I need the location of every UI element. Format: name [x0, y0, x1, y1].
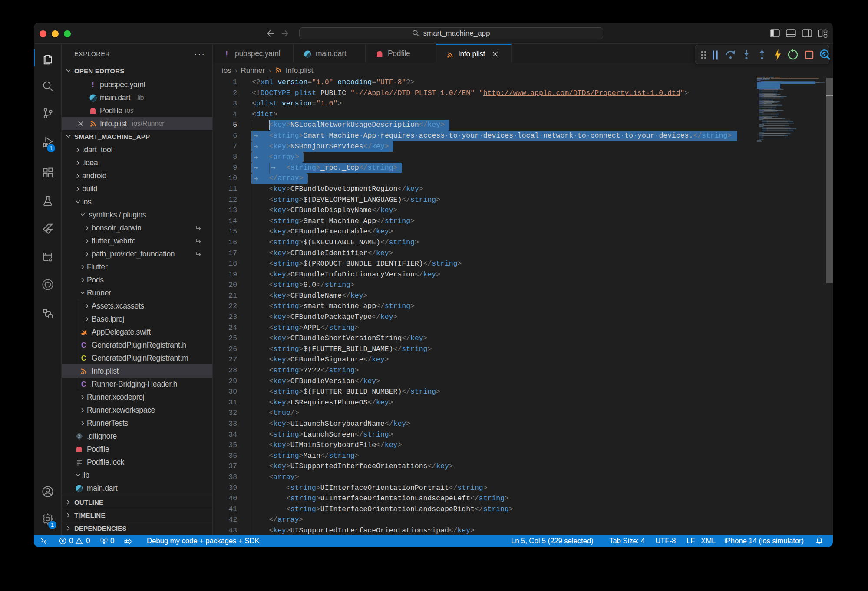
svg-text:!: ! — [225, 50, 228, 58]
svg-text:C: C — [81, 355, 86, 362]
svg-text:!: ! — [92, 81, 94, 89]
svg-text:C: C — [81, 381, 86, 388]
svg-text:C: C — [81, 341, 86, 349]
